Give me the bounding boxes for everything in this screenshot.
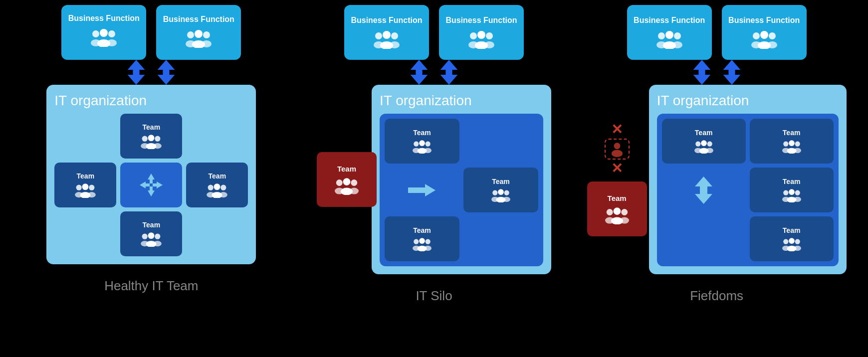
svg-point-68 bbox=[426, 142, 431, 147]
svg-marker-30 bbox=[140, 181, 150, 188]
svg-marker-59 bbox=[440, 70, 458, 85]
svg-point-23 bbox=[82, 183, 89, 190]
dashed-person-icon bbox=[605, 139, 630, 160]
svg-point-62 bbox=[351, 179, 357, 186]
fiefdom-team-tr-label: Team bbox=[783, 129, 801, 137]
silo-team-mr-label: Team bbox=[492, 178, 510, 185]
svg-point-90 bbox=[672, 41, 682, 48]
svg-point-124 bbox=[789, 189, 795, 195]
silo-external-label: Team bbox=[337, 165, 356, 173]
silo-arrow-right bbox=[385, 168, 459, 212]
biz-label-2: Business Function bbox=[163, 15, 234, 24]
silo-team-b-label: Team bbox=[413, 226, 431, 234]
svg-point-11 bbox=[202, 40, 212, 47]
svg-marker-15 bbox=[158, 70, 175, 85]
fiefdom-caption: Fiefdoms bbox=[690, 288, 743, 304]
fiefdom-team-br-label: Team bbox=[783, 226, 801, 234]
fiefdom-biz-box-1: Business Function bbox=[627, 5, 712, 60]
healthy-caption: Healthy IT Team bbox=[104, 278, 198, 294]
cross-icon-bottom: ✕ bbox=[611, 162, 623, 176]
svg-point-91 bbox=[753, 32, 760, 39]
fiefdom-arrow-1 bbox=[692, 60, 712, 85]
svg-point-87 bbox=[674, 32, 681, 39]
fiefdom-team-bottom-right: Team bbox=[750, 216, 834, 261]
fiefdom-external-label: Team bbox=[608, 194, 627, 202]
diagram-silo: Business Function Business Function bbox=[294, 5, 574, 304]
cross-icon-top: ✕ bbox=[611, 123, 623, 137]
svg-point-93 bbox=[769, 32, 776, 39]
svg-point-75 bbox=[504, 190, 509, 195]
diagram-fiefdoms: Business Function Business Function bbox=[577, 5, 857, 304]
svg-point-21 bbox=[154, 143, 162, 149]
svg-point-1 bbox=[100, 29, 108, 37]
svg-point-32 bbox=[208, 185, 214, 190]
fiefdom-it-org: IT organization Team Team bbox=[649, 85, 847, 274]
fiefdom-biz-label-2: Business Function bbox=[728, 16, 800, 25]
svg-point-102 bbox=[611, 150, 622, 157]
svg-point-17 bbox=[148, 135, 155, 141]
svg-point-52 bbox=[486, 32, 493, 39]
fiefdom-arrow-updown bbox=[662, 168, 746, 212]
diagram-healthy: Business Function Business Function bbox=[11, 5, 291, 294]
svg-point-117 bbox=[795, 142, 800, 147]
svg-marker-13 bbox=[128, 70, 145, 85]
healthy-team-right-label: Team bbox=[209, 172, 226, 180]
svg-point-71 bbox=[424, 148, 432, 153]
svg-point-131 bbox=[795, 239, 800, 244]
svg-point-86 bbox=[665, 31, 673, 39]
main-container: Business Function Business Function bbox=[0, 0, 868, 304]
svg-point-44 bbox=[375, 32, 382, 39]
svg-point-22 bbox=[76, 185, 82, 190]
svg-point-85 bbox=[658, 32, 665, 39]
svg-marker-72 bbox=[408, 184, 435, 196]
silo-it-org-label: IT organization bbox=[380, 93, 543, 109]
silo-team-tl-label: Team bbox=[413, 129, 431, 137]
svg-point-103 bbox=[606, 209, 613, 215]
fiefdom-it-org-label: IT organization bbox=[657, 93, 839, 109]
svg-point-37 bbox=[219, 192, 227, 197]
healthy-top-boxes: Business Function Business Function bbox=[61, 5, 241, 60]
fiefdom-team-mr-label: Team bbox=[783, 178, 801, 185]
svg-point-18 bbox=[155, 136, 161, 142]
svg-point-134 bbox=[794, 246, 801, 251]
healthy-it-org: IT organization Team Team bbox=[46, 85, 256, 264]
svg-point-111 bbox=[707, 142, 712, 147]
svg-point-116 bbox=[789, 140, 795, 146]
svg-point-108 bbox=[620, 217, 629, 223]
svg-point-38 bbox=[142, 234, 148, 239]
svg-point-55 bbox=[484, 41, 494, 48]
fiefdom-biz-box-2: Business Function bbox=[722, 5, 807, 60]
fiefdom-left-col: ✕ ✕ Team bbox=[587, 123, 647, 236]
svg-point-66 bbox=[414, 142, 419, 147]
silo-team-bottom: Team bbox=[385, 216, 459, 261]
svg-point-74 bbox=[498, 189, 504, 195]
healthy-team-right: Team bbox=[186, 163, 248, 207]
svg-point-105 bbox=[621, 209, 628, 215]
svg-point-27 bbox=[88, 192, 96, 197]
silo-external-team: Team bbox=[317, 152, 377, 207]
svg-marker-100 bbox=[723, 70, 740, 85]
svg-point-2 bbox=[108, 30, 115, 37]
fiefdom-arrow-2 bbox=[722, 60, 742, 85]
svg-point-80 bbox=[419, 238, 425, 244]
silo-team-top-left: Team bbox=[385, 119, 459, 164]
svg-point-24 bbox=[89, 185, 95, 190]
svg-point-33 bbox=[214, 183, 220, 190]
svg-point-5 bbox=[107, 39, 117, 46]
silo-arrow-1 bbox=[409, 60, 429, 85]
svg-point-65 bbox=[350, 187, 359, 194]
fiefdom-team-top-left: Team bbox=[662, 119, 746, 164]
silo-biz-box-1: Business Function bbox=[344, 5, 429, 60]
fiefdom-team-top-right: Team bbox=[750, 119, 834, 164]
healthy-team-left: Team bbox=[54, 163, 116, 207]
svg-point-61 bbox=[343, 178, 351, 185]
svg-point-115 bbox=[783, 142, 788, 147]
biz-box-2: Business Function bbox=[156, 5, 241, 60]
silo-org-wrapper: Team IT organization Team bbox=[317, 85, 551, 274]
svg-point-73 bbox=[492, 190, 497, 195]
svg-point-130 bbox=[789, 238, 795, 244]
svg-point-110 bbox=[701, 140, 707, 146]
svg-point-128 bbox=[794, 197, 801, 202]
fiefdom-org-wrapper: ✕ ✕ Team IT organization bbox=[587, 85, 847, 274]
svg-point-114 bbox=[706, 148, 713, 153]
